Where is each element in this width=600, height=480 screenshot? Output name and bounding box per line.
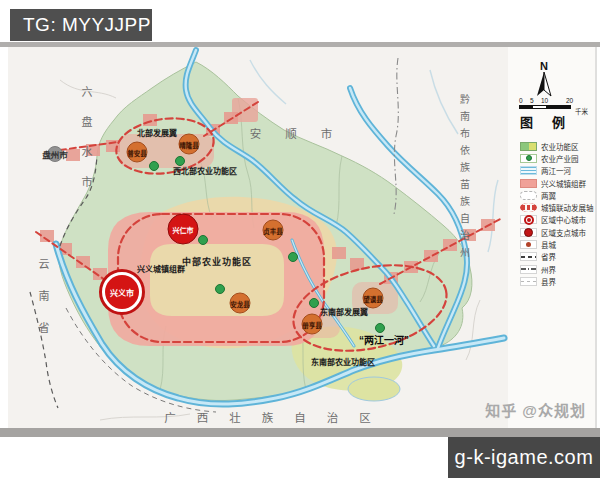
- legend-item-agri-zone: 农业功能区: [520, 140, 598, 152]
- county-puan: 普安县: [127, 142, 148, 163]
- scale-tick: 5: [530, 97, 534, 104]
- label-north-wing: 北部发展翼: [137, 127, 177, 138]
- label-se-wing: 东南部发展翼: [320, 306, 368, 317]
- legend-label: 农业功能区: [541, 141, 579, 152]
- county-qinglong: 晴隆县: [179, 134, 200, 155]
- scale-bar: 0 5 10 20 千米: [519, 97, 597, 109]
- prefecture-border-swatch: [520, 265, 537, 274]
- legend-item-cluster: 兴义城镇组群: [520, 177, 598, 189]
- axis-swatch: [520, 203, 537, 212]
- label-guangxi: 广西壮族自治区: [164, 409, 392, 425]
- legend-label: 区域中心城市: [541, 214, 586, 225]
- agri-park-dot: [149, 161, 159, 171]
- legend-label: 两江一河: [541, 165, 571, 176]
- compass-north-label: N: [531, 60, 557, 72]
- pivot-city-swatch: [520, 228, 537, 237]
- legend-label: 城镇联动发展轴: [541, 202, 594, 213]
- agri-zone-swatch: [520, 142, 537, 151]
- legend-item-wings: 两翼: [520, 189, 598, 201]
- legend-label: 两翼: [541, 190, 556, 201]
- legend-item-pivot-city: 区域支点城市: [520, 226, 598, 238]
- legend-label: 省界: [541, 251, 556, 262]
- county-seat-swatch: [520, 240, 537, 249]
- label-liupanshui: 六盘水市: [78, 86, 94, 206]
- label-xingyi-cluster: 兴义城镇组群: [137, 263, 185, 274]
- scale-tick: 0: [519, 97, 523, 104]
- label-qiannan: 黔南布依族苗族自治州: [457, 94, 472, 264]
- legend-label: 县城: [541, 239, 556, 250]
- planning-map-page: { "header": { "tag_label": "TG: MYYJJPP"…: [0, 0, 600, 480]
- label-two-rivers: “两江一河”: [359, 332, 409, 347]
- label-yunnan: 云南省: [35, 258, 51, 354]
- label-nw-agri: 西北部农业功能区: [173, 165, 237, 176]
- city-panzhou: 盘州市: [47, 146, 63, 162]
- agri-park-dot: [288, 252, 298, 262]
- legend-item-agri-park: 农业产业园: [520, 152, 598, 164]
- legend-item-county-border: 县界: [520, 275, 598, 287]
- city-xingren: 兴仁市: [168, 214, 199, 245]
- center-city-swatch: [520, 215, 537, 224]
- scale-tick: 10: [541, 97, 548, 104]
- legend-label: 区域支点城市: [541, 227, 586, 238]
- legend-item-county-seat: 县城: [520, 238, 598, 250]
- legend-item-rivers: 两江一河: [520, 165, 598, 177]
- legend-item-province-border: 省界: [520, 251, 598, 263]
- site-link-banner[interactable]: g-k-igame.com: [448, 437, 600, 478]
- compass: N: [531, 60, 557, 102]
- city-xingyi-label: 兴义市: [105, 275, 139, 309]
- agri-park-swatch: [520, 154, 537, 163]
- agri-park-dot: [309, 298, 319, 308]
- scale-bar-graphic: [519, 105, 571, 109]
- scale-tick: 20: [566, 97, 573, 104]
- city-xingyi: 兴义市: [99, 269, 145, 315]
- tg-tag-banner: TG: MYYJJPP: [10, 9, 152, 41]
- legend-label: 农业产业园: [541, 153, 579, 164]
- county-zhenfeng: 贞丰县: [263, 220, 284, 241]
- legend-item-center-city: 区域中心城市: [520, 214, 598, 226]
- city-panzhou-label: 盘州市: [42, 148, 68, 160]
- legend-panel: 图例 农业功能区 农业产业园 两江一河 兴义城镇组群 两翼 城镇联动发展轴 区域…: [520, 112, 598, 288]
- county-border-swatch: [520, 277, 537, 286]
- legend-label: 兴义城镇组群: [541, 178, 586, 189]
- agri-park-dot: [215, 284, 225, 294]
- north-arrow-icon: [536, 72, 552, 98]
- province-border-swatch: [520, 252, 537, 261]
- county-ceheng: 册亨县: [302, 314, 323, 335]
- legend-label: 州界: [541, 264, 556, 275]
- label-anshun: 安顺市: [250, 125, 357, 141]
- legend-item-axis: 城镇联动发展轴: [520, 201, 598, 213]
- cluster-swatch: [520, 179, 537, 188]
- zhihu-watermark: 知乎 @众规划: [485, 399, 586, 420]
- wings-swatch: [520, 191, 537, 200]
- legend-item-prefecture-border: 州界: [520, 263, 598, 275]
- rivers-swatch: [520, 166, 537, 175]
- label-se-agri: 东南部农业功能区: [311, 356, 375, 367]
- county-anlong: 安龙县: [230, 293, 251, 314]
- agri-park-dot: [198, 235, 208, 245]
- label-central-agri: 中部农业功能区: [182, 255, 252, 268]
- legend-label: 县界: [541, 276, 556, 287]
- legend-title: 图例: [520, 112, 598, 131]
